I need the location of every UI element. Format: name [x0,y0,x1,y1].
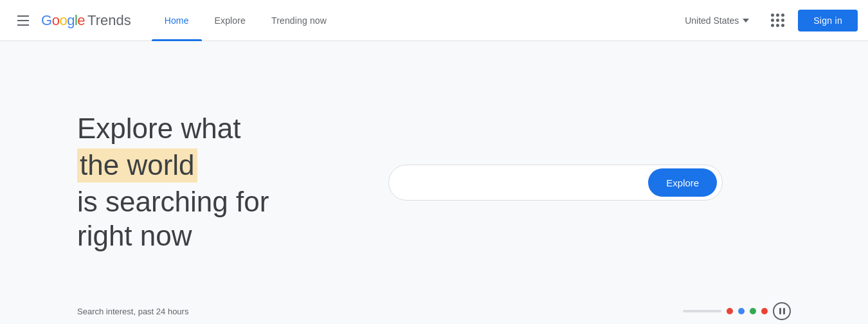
chevron-down-icon [743,19,749,22]
main-nav: Home Explore Trending now [152,0,677,41]
search-interest-label: Search interest, past 24 hours [77,307,188,316]
country-selector[interactable]: United States [677,10,757,31]
country-label: United States [685,15,739,26]
hero-line1: Explore what [77,112,269,146]
grid-icon [771,14,784,27]
progress-bar [683,310,721,312]
sign-in-button[interactable]: Sign in [798,10,858,32]
dot-red[interactable] [727,308,733,314]
trends-logo-text: Trends [87,12,131,29]
hero-text: Explore what the world is searching for … [77,112,269,253]
header-right: United States Sign in [677,8,858,33]
hero-line3: is searching for [77,185,269,219]
google-logo-text: Google [41,12,85,29]
menu-button[interactable] [10,8,36,33]
google-trends-logo[interactable]: Google Trends [41,12,131,29]
logo-o1: o [52,12,60,28]
pause-bar-right [783,308,785,314]
nav-trending-now[interactable]: Trending now [258,0,339,41]
bottom-controls [683,302,791,320]
dot-blue[interactable] [738,308,745,314]
dot-red2[interactable] [761,308,768,314]
logo-g: G [41,12,52,28]
explore-button[interactable]: Explore [648,168,717,197]
nav-home[interactable]: Home [152,0,202,41]
bottom-bar: Search interest, past 24 hours [0,298,868,324]
logo-o2: o [59,12,67,28]
logo-g2: g [67,12,75,28]
search-input[interactable] [402,177,648,188]
hero-line2-highlighted: the world [77,148,197,183]
search-area: Explore [320,165,791,201]
dot-green[interactable] [750,308,756,314]
header: Google Trends Home Explore Trending now … [0,0,868,41]
hero-line4: right now [77,219,269,253]
pause-bar-left [779,308,781,314]
nav-explore[interactable]: Explore [202,0,258,41]
search-box: Explore [388,165,723,201]
logo-e: e [77,12,85,28]
main-content: Explore what the world is searching for … [0,41,868,324]
google-apps-button[interactable] [764,8,790,33]
pause-button[interactable] [773,302,791,320]
